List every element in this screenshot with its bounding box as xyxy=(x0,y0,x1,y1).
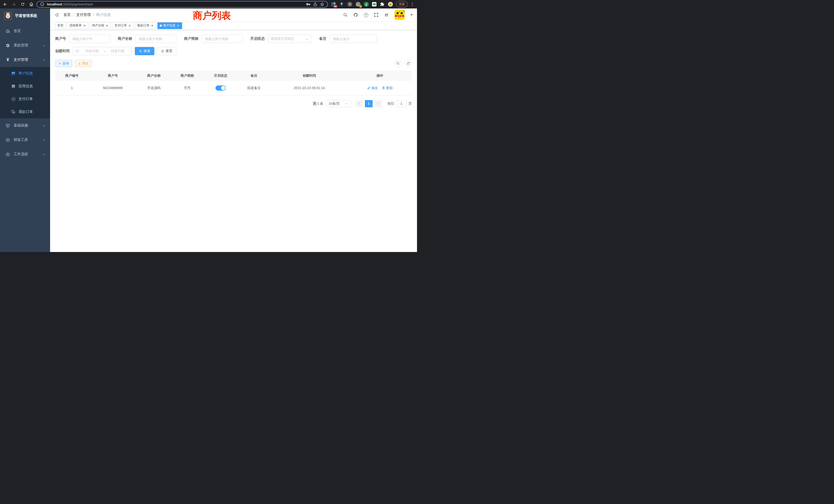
profile-avatar-icon[interactable] xyxy=(388,2,393,7)
tab-process-form[interactable]: 流程表单 xyxy=(67,22,88,29)
toggle-search-button[interactable] xyxy=(394,60,401,67)
create-time-range-picker[interactable]: 开始日期 - 结束日期 xyxy=(73,47,132,55)
y-glyph: y xyxy=(366,3,367,6)
extension-y-icon[interactable]: y xyxy=(364,2,369,7)
col-status: 开启状态 xyxy=(204,71,237,81)
breadcrumb: 首页 / 支付管理 / 商户信息 xyxy=(63,13,111,17)
browser-nav-buttons xyxy=(3,2,34,7)
breadcrumb-pay[interactable]: 支付管理 xyxy=(76,13,91,17)
sidebar: 芋道管理系统 首页 系统管理 xyxy=(0,8,50,252)
sidebar-item-pay-order[interactable]: ¥ 支付订单 xyxy=(0,93,50,106)
full-name-input[interactable] xyxy=(135,35,176,43)
sidebar-item-merchant-info[interactable]: 商户信息 xyxy=(0,67,50,80)
close-icon[interactable] xyxy=(106,24,109,27)
sidebar-item-label: 首页 xyxy=(14,29,21,33)
plus-icon xyxy=(59,62,61,65)
next-page-button[interactable] xyxy=(375,100,382,107)
extension-command-icon[interactable]: ⌘ xyxy=(347,2,352,7)
start-date-placeholder[interactable]: 开始日期 xyxy=(81,49,103,53)
breadcrumb-separator: / xyxy=(73,13,74,17)
screen: localhost:1024/pay/merchant 10 ⌘ xyxy=(0,0,417,252)
forward-icon[interactable] xyxy=(11,2,17,7)
sidebar-item-home[interactable]: 首页 xyxy=(0,24,50,38)
close-icon[interactable] xyxy=(151,24,154,27)
browser-menu-icon[interactable] xyxy=(410,3,414,6)
avatar-caret-icon[interactable] xyxy=(410,14,413,16)
navbar: 首页 / 支付管理 / 商户信息 ? xyxy=(50,8,417,21)
url-text[interactable]: localhost:1024/pay/merchant xyxy=(47,2,304,6)
search-icon xyxy=(139,49,142,53)
document-copy-icon xyxy=(11,110,16,114)
add-button[interactable]: 新增 xyxy=(55,60,72,67)
remark-input[interactable] xyxy=(329,35,377,43)
sidebar-item-app-info[interactable]: 应用信息 xyxy=(0,80,50,93)
fullscreen-icon[interactable] xyxy=(374,13,378,17)
bookmark-star-icon[interactable] xyxy=(320,2,324,6)
extension-status-icon[interactable]: 1 xyxy=(356,2,360,7)
trash-icon xyxy=(382,86,385,90)
tab-pay-order[interactable]: 支付订单 xyxy=(112,22,133,29)
user-avatar[interactable] xyxy=(394,10,405,20)
close-icon[interactable] xyxy=(128,24,131,27)
refresh-table-button[interactable] xyxy=(405,60,412,67)
close-icon[interactable] xyxy=(83,24,86,27)
sidebar-item-label: 基础设施 xyxy=(14,123,28,128)
sidebar-item-infra[interactable]: 基础设施 xyxy=(0,118,50,133)
page-1-button[interactable]: 1 xyxy=(365,100,373,107)
extension-grid-icon[interactable]: 10 xyxy=(331,2,336,7)
tab-merchant-info[interactable]: 商户信息 xyxy=(157,22,182,29)
extension-kite-icon[interactable] xyxy=(339,2,344,7)
reset-button[interactable]: 重置 xyxy=(157,47,176,55)
short-name-label: 商户简称 xyxy=(184,37,198,41)
back-icon[interactable] xyxy=(3,2,8,7)
font-size-icon[interactable]: tT xyxy=(384,13,389,17)
address-bar[interactable]: localhost:1024/pay/merchant xyxy=(37,1,328,8)
close-icon[interactable] xyxy=(177,24,180,27)
merchant-no-input[interactable] xyxy=(69,35,110,43)
sidebar-item-devtool[interactable]: 研发工具 xyxy=(0,133,50,147)
collapse-sidebar-icon[interactable] xyxy=(54,12,59,18)
page-size-select[interactable]: 10条/页 xyxy=(326,100,351,107)
extensions-puzzle-icon[interactable] xyxy=(380,2,385,7)
sidebar-item-refund-order[interactable]: 退款订单 xyxy=(0,106,50,118)
header-search-icon[interactable] xyxy=(343,13,348,17)
sidebar-item-system[interactable]: 系统管理 xyxy=(0,38,50,53)
pay-submenu: 商户信息 应用信息 ¥ 支付订单 xyxy=(0,67,50,118)
tab-user-group[interactable]: 用户分组 xyxy=(90,22,111,29)
status-select[interactable]: 请选择开启状态 xyxy=(268,35,311,43)
delete-link[interactable]: 删除 xyxy=(382,86,393,90)
share-icon[interactable] xyxy=(313,2,317,6)
breadcrumb-home[interactable]: 首页 xyxy=(63,13,71,17)
sidebar-item-label: 研发工具 xyxy=(14,138,28,142)
cell-actions: 修改 删除 xyxy=(348,81,412,95)
sidebar-item-label: 系统管理 xyxy=(14,43,28,48)
refresh-icon xyxy=(161,49,164,53)
end-date-placeholder[interactable]: 结束日期 xyxy=(106,49,129,53)
password-key-icon[interactable] xyxy=(306,2,310,6)
help-icon[interactable]: ? xyxy=(364,13,368,17)
tab-refund-order[interactable]: 退款订单 xyxy=(135,22,156,29)
status-toggle[interactable] xyxy=(215,86,226,91)
chrome-update-button[interactable]: 更新 xyxy=(396,1,408,7)
extension-chat-icon[interactable] xyxy=(372,2,376,6)
prev-page-button[interactable] xyxy=(356,100,363,107)
sidebar-item-workflow[interactable]: 工作流程 xyxy=(0,147,50,161)
navbar-right: ? tT xyxy=(343,10,413,20)
home-icon[interactable] xyxy=(29,2,34,7)
reload-icon[interactable] xyxy=(20,2,25,7)
tab-home[interactable]: 首页 xyxy=(55,22,66,29)
sidebar-logo-row[interactable]: 芋道管理系统 xyxy=(0,8,50,23)
search-button[interactable]: 搜索 xyxy=(135,47,154,55)
goto-page-input[interactable] xyxy=(396,100,407,107)
sidebar-item-pay[interactable]: ¥ 支付管理 xyxy=(0,53,50,67)
edit-link[interactable]: 修改 xyxy=(367,86,378,90)
github-icon[interactable] xyxy=(353,13,358,17)
site-info-icon[interactable] xyxy=(40,2,44,6)
col-merchant-id: 商户编号 xyxy=(55,71,89,81)
short-name-input[interactable] xyxy=(202,35,243,43)
chevron-down-icon xyxy=(306,37,309,40)
url-host: localhost xyxy=(47,2,62,6)
chevron-down-icon xyxy=(42,138,45,141)
browser-toolbar: localhost:1024/pay/merchant 10 ⌘ xyxy=(0,0,417,8)
export-button[interactable]: 导出 xyxy=(75,60,92,67)
